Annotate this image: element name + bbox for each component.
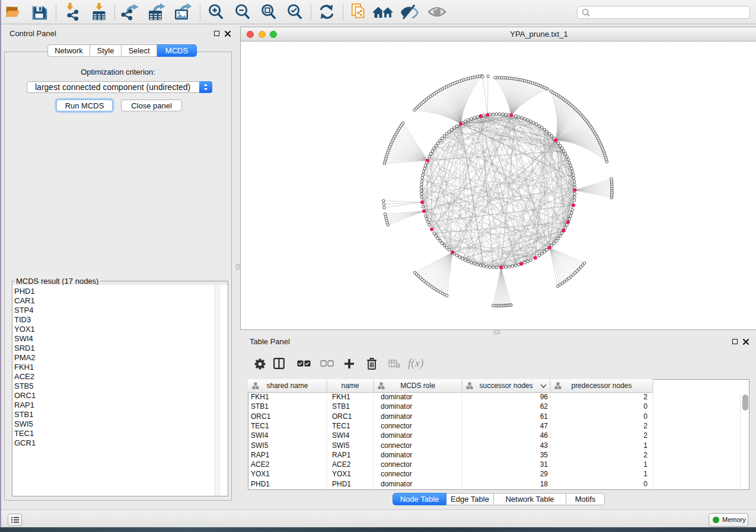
svg-text:ACE2: ACE2: [332, 460, 351, 469]
svg-text:TEC1: TEC1: [251, 422, 269, 430]
svg-text:FKH1: FKH1: [251, 393, 269, 401]
svg-text:dominator: dominator: [381, 412, 412, 421]
svg-text:SWI5: SWI5: [251, 441, 269, 450]
svg-text:ORC1: ORC1: [332, 412, 352, 421]
svg-text:dominator: dominator: [381, 393, 412, 401]
svg-text:connector: connector: [381, 441, 412, 450]
svg-text:96: 96: [540, 393, 548, 401]
svg-text:dominator: dominator: [381, 402, 412, 411]
svg-text:1: 1: [643, 470, 647, 478]
svg-text:connector: connector: [381, 470, 412, 478]
svg-text:2: 2: [643, 422, 647, 430]
svg-text:dominator: dominator: [381, 431, 412, 440]
svg-text:MCDS role: MCDS role: [400, 382, 435, 390]
svg-text:PHD1: PHD1: [251, 480, 270, 488]
svg-text:ORC1: ORC1: [251, 412, 271, 421]
svg-text:18: 18: [540, 480, 548, 488]
svg-text:PHD1: PHD1: [332, 480, 351, 488]
svg-text:2: 2: [643, 431, 647, 440]
svg-text:name: name: [341, 382, 359, 390]
svg-text:0: 0: [643, 480, 647, 488]
svg-text:ACE2: ACE2: [251, 460, 270, 469]
svg-text:35: 35: [540, 451, 548, 459]
svg-text:31: 31: [540, 460, 548, 469]
svg-text:47: 47: [540, 422, 548, 430]
svg-text:0: 0: [643, 412, 647, 421]
svg-text:29: 29: [540, 470, 548, 478]
svg-text:connector: connector: [381, 460, 412, 469]
svg-text:predecessor nodes: predecessor nodes: [571, 382, 631, 390]
svg-text:dominator: dominator: [381, 451, 412, 459]
svg-text:1: 1: [643, 460, 647, 469]
svg-text:1: 1: [643, 441, 647, 450]
svg-text:SWI4: SWI4: [251, 431, 269, 440]
svg-text:YOX1: YOX1: [251, 470, 270, 478]
svg-text:shared name: shared name: [266, 382, 308, 390]
svg-text:dominator: dominator: [381, 480, 412, 488]
svg-text:connector: connector: [381, 422, 412, 430]
svg-text:STB1: STB1: [251, 402, 269, 411]
svg-text:SWI5: SWI5: [332, 441, 350, 450]
svg-text:STB1: STB1: [332, 402, 350, 411]
svg-text:TEC1: TEC1: [332, 422, 350, 430]
svg-text:RAP1: RAP1: [251, 451, 270, 459]
svg-text:2: 2: [643, 451, 647, 459]
svg-text:62: 62: [540, 402, 548, 411]
svg-text:FKH1: FKH1: [332, 393, 350, 401]
svg-text:61: 61: [540, 412, 548, 421]
svg-text:SWI4: SWI4: [332, 431, 350, 440]
svg-text:YOX1: YOX1: [332, 470, 351, 478]
svg-text:2: 2: [643, 393, 647, 401]
svg-text:RAP1: RAP1: [332, 451, 351, 459]
svg-text:43: 43: [540, 441, 548, 450]
svg-text:46: 46: [540, 431, 548, 440]
svg-text:successor nodes: successor nodes: [479, 382, 532, 390]
svg-text:0: 0: [643, 402, 647, 411]
